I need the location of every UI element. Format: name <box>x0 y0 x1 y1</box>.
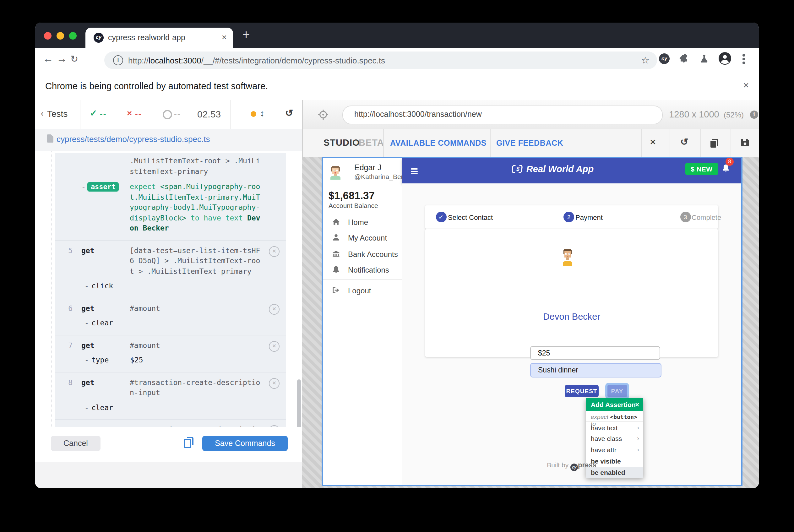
divider <box>383 129 384 157</box>
assertion-popup-close-icon[interactable]: × <box>635 400 639 408</box>
page-info-icon[interactable]: i <box>113 55 123 65</box>
zoom-window-button[interactable] <box>69 32 77 40</box>
command-entry[interactable]: 9 get #transaction-create-description-in… <box>55 419 286 427</box>
notice-close-icon[interactable]: × <box>743 80 749 91</box>
built-by-text: Built by <box>547 461 568 469</box>
remove-command-icon[interactable]: × <box>269 378 280 388</box>
new-tab-button[interactable]: + <box>243 28 250 41</box>
app-title: Real World App <box>526 164 593 174</box>
command-selector: #amount <box>130 340 286 350</box>
assertion-option-have-class[interactable]: have class› <box>586 433 643 445</box>
reporter-scrollbar[interactable] <box>297 151 302 427</box>
url-scheme: http:// <box>128 56 149 65</box>
contact-name-link[interactable]: Devon Becker <box>425 311 718 321</box>
remove-command-icon[interactable]: × <box>269 341 280 352</box>
divider <box>669 129 670 157</box>
remove-command-icon[interactable]: × <box>269 304 280 315</box>
home-icon <box>332 217 340 226</box>
step-label: Payment <box>575 213 603 221</box>
amount-input[interactable] <box>537 348 653 357</box>
reload-icon[interactable]: ↻ <box>70 53 78 65</box>
new-transaction-button[interactable]: $ NEW <box>685 163 718 175</box>
cypress-extension-icon[interactable]: cy <box>659 53 669 64</box>
save-commands-button[interactable]: Save Commands <box>202 436 288 451</box>
description-input[interactable] <box>537 365 653 374</box>
copy-studio-commands-icon[interactable] <box>710 138 719 151</box>
sidebar-item-bank-accounts[interactable]: Bank Accounts <box>323 247 402 262</box>
studio-brand: STUDIO <box>323 137 360 148</box>
bookmark-star-icon[interactable]: ☆ <box>641 55 649 66</box>
copy-commands-icon[interactable] <box>184 437 195 452</box>
file-icon <box>47 134 53 142</box>
command-method: get <box>81 377 130 398</box>
description-field[interactable] <box>530 363 661 377</box>
browser-menu-icon[interactable] <box>742 54 745 64</box>
command-entry[interactable]: 5 get [data-test=user-list-item-tsHF6_D5… <box>55 240 286 298</box>
save-studio-icon[interactable] <box>741 138 750 150</box>
sidebar-item-logout[interactable]: Logout <box>323 283 402 298</box>
command-child: clear <box>55 398 286 419</box>
restart-studio-icon[interactable]: ↺ <box>680 136 688 148</box>
tab-close-icon[interactable]: × <box>222 32 227 42</box>
restart-tests-icon[interactable]: ↺ <box>285 108 293 119</box>
pay-button[interactable]: PAY <box>607 385 627 397</box>
menu-hamburger-icon[interactable] <box>411 168 418 175</box>
command-entry[interactable]: 8 get #transaction-create-description-in… <box>55 372 286 419</box>
user-name: Edgar J <box>354 163 381 172</box>
step-number: 2 <box>564 211 574 222</box>
rwa-logo-icon: $ <box>512 165 523 173</box>
divider <box>490 129 491 157</box>
command-selector: #transaction-create-description-input <box>130 377 286 398</box>
expect-tag: <button> <box>610 414 637 420</box>
studio-beta-tag: BETA <box>359 137 384 148</box>
expect-word: expect <box>591 413 608 420</box>
available-commands-link[interactable]: AVAILABLE COMMANDS <box>390 139 487 148</box>
sidebar-item-label: Home <box>348 218 368 227</box>
command-log: .MuiListItemText-root > .MuiListItemText… <box>35 151 302 427</box>
command-entry[interactable]: 7 get #amount × type$25 <box>55 335 286 372</box>
url-omnibox[interactable]: i http://localhost:3000/__/#/tests/integ… <box>104 52 657 69</box>
back-icon[interactable]: ← <box>43 53 53 65</box>
assertion-expect-row: expect <button> to <box>586 411 643 422</box>
request-button[interactable]: REQUEST <box>565 385 599 397</box>
assertion-option-have-attr[interactable]: have attr› <box>586 444 643 456</box>
command-entry[interactable]: 6 get #amount × clear <box>55 298 286 335</box>
command-number: 6 <box>55 303 73 314</box>
automation-notice-bar: Chrome is being controlled by automated … <box>35 73 759 100</box>
back-to-tests-link[interactable]: Tests <box>47 109 68 119</box>
sidebar-item-notifications[interactable]: Notifications <box>323 262 402 277</box>
cypress-favicon: cy <box>94 33 103 43</box>
close-window-button[interactable] <box>44 32 52 40</box>
sidebar-item-my-account[interactable]: My Account <box>323 230 402 246</box>
profile-avatar-icon[interactable] <box>719 52 731 67</box>
command-method: get <box>81 424 130 427</box>
back-chevron-icon[interactable]: ‹ <box>41 109 44 118</box>
payment-card: Devon Becker REQUEST PAY Add Asserti <box>425 229 718 357</box>
auto-scroll-icon[interactable]: ↕ <box>260 108 264 118</box>
assert-expect: expect <box>130 182 156 191</box>
minimize-window-button[interactable] <box>57 32 64 40</box>
url-text: http://localhost:3000/__/#/tests/integra… <box>128 56 385 65</box>
remove-command-icon[interactable]: × <box>269 246 280 256</box>
divider <box>190 100 190 129</box>
spec-file-link[interactable]: cypress/tests/demo/cypress-studio.spec.t… <box>57 134 210 144</box>
forward-icon[interactable]: → <box>57 53 67 65</box>
aut-url-field[interactable] <box>342 106 663 125</box>
close-studio-icon[interactable]: × <box>650 136 656 147</box>
command-number: 8 <box>55 377 73 398</box>
chevron-right-icon: › <box>637 424 639 431</box>
selector-playground-icon[interactable] <box>318 109 328 122</box>
browser-tab[interactable]: cy cypress-realworld-app × <box>86 27 233 48</box>
amount-field[interactable] <box>530 346 660 360</box>
cancel-button[interactable]: Cancel <box>51 436 100 451</box>
flask-extension-icon[interactable] <box>699 53 709 66</box>
command-number: 5 <box>55 245 73 277</box>
command-method: get <box>81 340 130 350</box>
give-feedback-link[interactable]: GIVE FEEDBACK <box>496 139 563 148</box>
viewport-info-icon[interactable]: i <box>750 111 758 119</box>
assertion-option-have-text[interactable]: have text› <box>586 422 643 433</box>
command-entry[interactable]: .MuiListItemText-root > .MuiListItemText… <box>55 153 286 240</box>
extensions-puzzle-icon[interactable] <box>679 53 689 66</box>
sidebar-item-home[interactable]: Home <box>323 215 402 230</box>
aut-url-input[interactable] <box>353 109 651 119</box>
